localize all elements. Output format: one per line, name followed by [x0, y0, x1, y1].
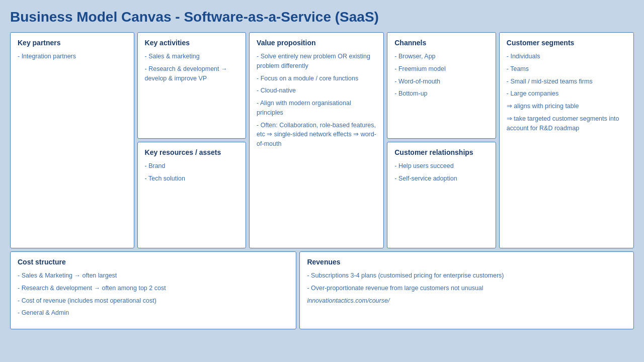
channels-content: - Browser, App - Freemium model - Word-o…	[394, 52, 489, 102]
customer-rel-item-1: - Help users succeed	[394, 161, 489, 171]
customer-segments-title: Customer segments	[507, 39, 626, 47]
key-resources-card: Key resources / assets - Brand - Tech so…	[137, 142, 247, 248]
top-row: Key partners - Integration partners Key …	[10, 32, 634, 248]
value-proposition-title: Value proposition	[257, 39, 376, 47]
customer-relationships-card: Customer relationships - Help users succ…	[387, 142, 496, 248]
customer-seg-item-1: - Individuals	[507, 52, 626, 61]
value-proposition-card: Value proposition - Solve entirely new p…	[249, 32, 384, 248]
channels-item-2: - Freemium model	[394, 64, 489, 74]
value-prop-item-5: - Often: Collaboration, role-based featu…	[257, 121, 376, 149]
channels-item-1: - Browser, App	[394, 52, 489, 61]
bottom-row: Cost structure - Sales & Marketing → oft…	[10, 251, 634, 329]
revenues-title: Revenues	[307, 258, 626, 266]
revenue-item-2: - Over-proportionate revenue from large …	[307, 284, 626, 293]
value-prop-item-3: - Cloud-native	[257, 86, 376, 96]
revenue-item-3: innovationtactics.com/course/	[307, 296, 626, 306]
value-prop-item-1: - Solve entirely new problem OR existing…	[257, 52, 376, 71]
channels-card: Channels - Browser, App - Freemium model…	[387, 32, 496, 139]
customer-seg-item-6: ⇒ take targeted customer segments into a…	[507, 114, 626, 133]
customer-segments-content: - Individuals - Teams - Small / mid-size…	[507, 52, 626, 136]
key-activities-item-1: - Sales & marketing	[145, 52, 239, 61]
customer-relationships-title: Customer relationships	[394, 148, 489, 156]
key-activities-column: Key activities - Sales & marketing - Res…	[137, 32, 247, 248]
key-activities-title: Key activities	[145, 39, 239, 47]
customer-seg-item-4: - Large companies	[507, 89, 626, 99]
cost-item-2: - Research & development → often among t…	[18, 284, 289, 293]
cost-item-4: - General & Admin	[18, 308, 289, 318]
value-prop-item-4: - Align with modern organisational princ…	[257, 99, 376, 118]
key-resources-content: - Brand - Tech solution	[145, 161, 239, 187]
customer-relationships-content: - Help users succeed - Self-service adop…	[394, 161, 489, 187]
key-activities-card: Key activities - Sales & marketing - Res…	[137, 32, 247, 139]
customer-seg-item-3: - Small / mid-sized teams firms	[507, 77, 626, 86]
cost-structure-card: Cost structure - Sales & Marketing → oft…	[10, 251, 296, 329]
key-activities-item-2: - Research & development → develop & imp…	[145, 64, 239, 83]
customer-rel-item-2: - Self-service adoption	[394, 174, 489, 184]
key-partners-title: Key partners	[18, 39, 127, 47]
revenue-item-1: - Subscriptions 3-4 plans (customised pr…	[307, 271, 626, 281]
channels-item-3: - Word-of-mouth	[394, 77, 489, 86]
channels-column: Channels - Browser, App - Freemium model…	[387, 32, 496, 248]
key-partners-card: Key partners - Integration partners	[10, 32, 134, 248]
key-partners-content: - Integration partners	[18, 52, 127, 64]
channels-item-4: - Bottom-up	[394, 89, 489, 99]
revenues-card: Revenues - Subscriptions 3-4 plans (cust…	[299, 251, 634, 329]
customer-seg-item-5: ⇒ aligns with pricing table	[507, 102, 626, 111]
customer-segments-card: Customer segments - Individuals - Teams …	[499, 32, 634, 248]
cost-structure-content: - Sales & Marketing → often largest - Re…	[18, 271, 289, 321]
key-resources-item-1: - Brand	[145, 161, 239, 171]
value-proposition-content: - Solve entirely new problem OR existing…	[257, 52, 376, 152]
revenues-content: - Subscriptions 3-4 plans (customised pr…	[307, 271, 626, 308]
cost-structure-title: Cost structure	[18, 258, 289, 266]
key-resources-title: Key resources / assets	[145, 148, 239, 156]
key-activities-content: - Sales & marketing - Research & develop…	[145, 52, 239, 86]
page-title: Business Model Canvas - Software-as-a-Se…	[10, 9, 634, 25]
key-resources-item-2: - Tech solution	[145, 174, 239, 184]
cost-item-1: - Sales & Marketing → often largest	[18, 271, 289, 281]
customer-seg-item-2: - Teams	[507, 64, 626, 74]
cost-item-3: - Cost of revenue (includes most operati…	[18, 296, 289, 306]
key-partners-item-1: - Integration partners	[18, 52, 127, 61]
value-prop-item-2: - Focus on a module / core functions	[257, 74, 376, 83]
channels-title: Channels	[394, 39, 489, 47]
canvas-grid: Key partners - Integration partners Key …	[10, 32, 634, 329]
